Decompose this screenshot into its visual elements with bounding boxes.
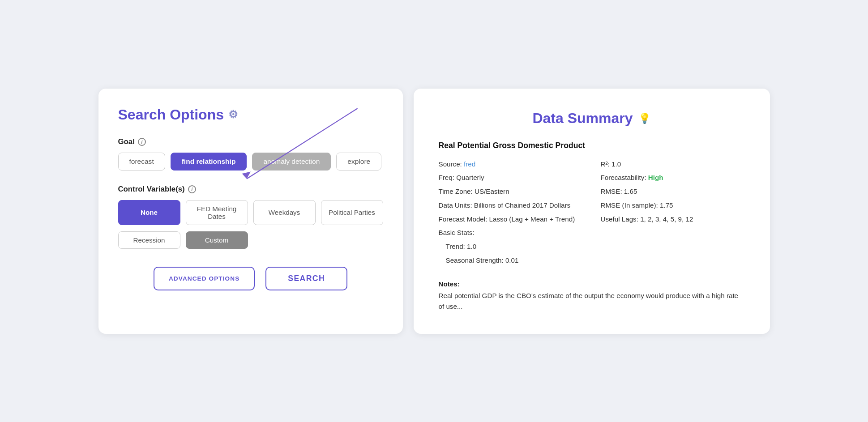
trend-row: Trend: 1.0	[439, 242, 583, 252]
forecastability-value: High	[648, 174, 663, 181]
ctrl-btn-empty2	[321, 231, 383, 249]
source-row: Source: fred	[439, 159, 583, 170]
dataset-name: Real Potential Gross Domestic Product	[439, 141, 745, 150]
ctrl-btn-fed-meeting-dates[interactable]: FED Meeting Dates	[186, 200, 248, 225]
seasonal-strength-row: Seasonal Strength: 0.01	[439, 256, 583, 266]
goal-btn-explore[interactable]: explore	[336, 153, 381, 171]
rmse-row: RMSE: 1.65	[601, 187, 745, 197]
advanced-options-button[interactable]: ADVANCED OPTIONS	[154, 267, 255, 290]
main-container: Search Options ⚙ Goal i forecast find re…	[98, 89, 770, 334]
forecast-model-row: Forecast Model: Lasso (Lag + Mean + Tren…	[439, 214, 583, 225]
search-options-label: Search Options	[118, 107, 224, 123]
data-summary-label: Data Summary	[532, 110, 633, 127]
search-options-title: Search Options ⚙	[118, 107, 383, 123]
control-buttons-row1: None FED Meeting Dates Weekdays Politica…	[118, 200, 383, 225]
bulb-icon: 💡	[638, 112, 651, 124]
svg-marker-1	[242, 171, 250, 179]
control-info-icon[interactable]: i	[188, 185, 196, 193]
r2-row: R²: 1.0	[601, 159, 745, 170]
goal-btn-forecast[interactable]: forecast	[118, 153, 165, 171]
notes-section: Notes: Real potential GDP is the CBO's e…	[439, 280, 745, 312]
goal-btn-anomaly-detection[interactable]: anomaly detection	[252, 153, 331, 171]
goal-btn-find-relationship[interactable]: find relationship	[171, 153, 247, 171]
ctrl-btn-custom[interactable]: Custom	[186, 231, 248, 249]
data-summary-title: Data Summary 💡	[439, 110, 745, 127]
ctrl-btn-empty1	[253, 231, 316, 249]
useful-lags-row: Useful Lags: 1, 2, 3, 4, 5, 9, 12	[601, 214, 745, 225]
control-variable-label: Control Variable(s) i	[118, 185, 383, 194]
data-summary-col1: Source: fred Freq: Quarterly Time Zone: …	[439, 159, 583, 269]
rmse-insample-row: RMSE (In sample): 1.75	[601, 200, 745, 211]
goal-info-icon[interactable]: i	[138, 138, 146, 146]
control-buttons-row2: Recession Custom	[118, 231, 383, 249]
data-summary-grid: Source: fred Freq: Quarterly Time Zone: …	[439, 159, 745, 269]
search-button[interactable]: SEARCH	[265, 267, 347, 290]
search-options-card: Search Options ⚙ Goal i forecast find re…	[98, 89, 403, 334]
gear-icon[interactable]: ⚙	[228, 108, 238, 121]
notes-text: Real potential GDP is the CBO's estimate…	[439, 290, 745, 312]
source-link[interactable]: fred	[464, 160, 475, 168]
forecastability-row: Forecastability: High	[601, 173, 745, 183]
notes-label: Notes:	[439, 280, 745, 288]
ctrl-btn-none[interactable]: None	[118, 200, 180, 225]
basic-stats-row: Basic Stats:	[439, 228, 583, 238]
data-units-row: Data Units: Billions of Chained 2017 Dol…	[439, 200, 583, 211]
ctrl-btn-weekdays[interactable]: Weekdays	[253, 200, 316, 225]
data-summary-col2: R²: 1.0 Forecastability: High RMSE: 1.65…	[601, 159, 745, 269]
ctrl-btn-political-parties[interactable]: Political Parties	[321, 200, 383, 225]
action-buttons: ADVANCED OPTIONS SEARCH	[118, 267, 383, 290]
data-summary-card: Data Summary 💡 Real Potential Gross Dome…	[414, 89, 770, 334]
freq-row: Freq: Quarterly	[439, 173, 583, 183]
goal-buttons-group: forecast find relationship anomaly detec…	[118, 153, 383, 171]
ctrl-btn-recession[interactable]: Recession	[118, 231, 180, 249]
timezone-row: Time Zone: US/Eastern	[439, 187, 583, 197]
goal-label: Goal i	[118, 137, 383, 146]
